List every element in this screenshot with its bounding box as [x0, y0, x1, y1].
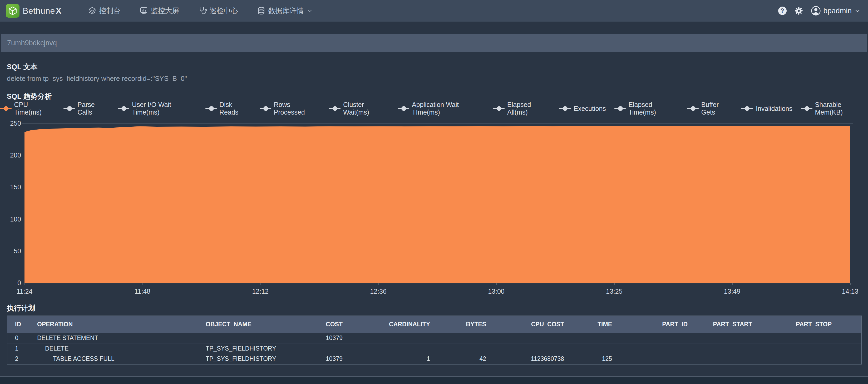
nav-item-database-details[interactable]: 数据库详情	[257, 6, 313, 15]
legend-marker-icon	[493, 106, 504, 111]
table-cell	[308, 343, 345, 354]
legend-item-cluster-wait-ms[interactable]: Cluster Wait(ms)	[329, 101, 389, 116]
legend-marker-icon	[801, 106, 812, 111]
legend-label: Parse Calls	[78, 101, 109, 116]
legend-label: Cluster Wait(ms)	[343, 101, 389, 116]
chevron-down-icon	[854, 8, 861, 14]
table-cell: 0	[7, 333, 30, 343]
legend-item-sharable-mem-kb[interactable]: Sharable Mem(KB)	[801, 101, 868, 116]
nav-item-monitor-screen[interactable]: 监控大屏	[140, 6, 179, 15]
legend-marker-icon	[614, 106, 626, 111]
column-header-cpu_cost: CPU_COST	[489, 316, 567, 333]
y-axis-tick-label: 0	[0, 280, 21, 286]
trend-area-chart[interactable]	[25, 123, 850, 283]
legend-item-disk-reads[interactable]: Disk Reads	[206, 101, 251, 116]
legend-item-elapsed-all-ms[interactable]: Elapsed All(ms)	[493, 101, 550, 116]
legend-item-elapsed-time-ms[interactable]: Elapsed Time(ms)	[614, 101, 679, 116]
table-row: 0DELETE STATEMENT10379	[7, 333, 861, 343]
question-icon: ?	[781, 7, 784, 14]
sql-id-panel-header[interactable]: 7umh9bdkcjnvq	[1, 34, 867, 52]
table-cell: TP_SYS_FIELDHISTORY	[198, 343, 308, 354]
legend-item-invalidations[interactable]: Invalidations	[741, 105, 793, 113]
x-axis-tick-label: 12:36	[364, 288, 393, 295]
table-cell	[345, 343, 433, 354]
legend-label: Disk Reads	[219, 101, 251, 116]
table-cell: DELETE	[30, 343, 198, 354]
legend-marker-icon	[329, 106, 341, 111]
plan-title: 执行计划	[7, 303, 35, 313]
y-axis-tick-label: 250	[0, 120, 21, 127]
column-header-bytes: BYTES	[433, 316, 489, 333]
column-header-cardinality: CARDINALITY	[345, 316, 433, 333]
legend-item-user-i-o-wait-time-ms[interactable]: User I/O Wait Time(ms)	[118, 101, 197, 116]
table-cell: 2	[7, 354, 30, 364]
navbar: BethuneX 控制台 监控大屏 巡检中心	[0, 0, 868, 22]
legend-marker-icon	[687, 106, 699, 111]
table-cell: 1	[345, 354, 433, 364]
x-axis-tick-mark	[143, 283, 143, 285]
table-cell	[615, 333, 690, 343]
y-axis-tick-label: 150	[0, 184, 21, 190]
table-cell	[198, 333, 308, 343]
table-row: 1DELETETP_SYS_FIELDHISTORY	[7, 343, 861, 354]
avatar-icon	[811, 6, 821, 16]
help-button[interactable]: ?	[778, 7, 786, 15]
table-cell	[345, 333, 433, 343]
y-axis-tick-label: 100	[0, 216, 21, 223]
legend-marker-icon	[0, 106, 11, 111]
column-header-operation: OPERATION	[30, 316, 198, 333]
x-axis-tick-mark	[614, 283, 615, 285]
table-cell	[755, 343, 861, 354]
x-axis-line	[22, 283, 853, 283]
sql-id: 7umh9bdkcjnvq	[7, 39, 57, 47]
legend-item-buffer-gets[interactable]: Buffer Gets	[687, 101, 733, 116]
x-axis-tick-label: 11:48	[128, 288, 157, 295]
legend-item-cpu-time-ms[interactable]: CPU Time(ms)	[0, 101, 55, 116]
legend-label: User I/O Wait Time(ms)	[132, 101, 197, 116]
table-cell	[433, 343, 489, 354]
x-axis-tick-label: 13:25	[600, 288, 629, 295]
table-cell: DELETE STATEMENT	[30, 333, 198, 343]
column-header-part_id: PART_ID	[615, 316, 690, 333]
table-cell: 42	[433, 354, 489, 364]
legend-marker-icon	[398, 106, 409, 111]
table-cell	[567, 333, 615, 343]
stethoscope-icon	[198, 7, 207, 15]
user-menu[interactable]: bpadmin	[811, 6, 861, 16]
legend-item-application-wait-time-ms[interactable]: Application Wait TIme(ms)	[398, 101, 485, 116]
table-cell	[489, 343, 567, 354]
table-cell	[433, 333, 489, 343]
legend-label: Invalidations	[756, 105, 793, 113]
nav-item-inspection-center[interactable]: 巡检中心	[198, 6, 238, 15]
table-cell: 10379	[308, 333, 345, 343]
legend-label: Buffer Gets	[701, 101, 733, 116]
plan-header-row: IDOPERATIONOBJECT_NAMECOSTCARDINALITYBYT…	[7, 316, 861, 333]
chevron-down-icon	[307, 8, 313, 14]
x-axis-tick-label: 13:00	[482, 288, 510, 295]
legend-item-executions[interactable]: Executions	[559, 105, 606, 113]
column-header-part_stop: PART_STOP	[755, 316, 861, 333]
settings-gear-icon[interactable]	[794, 6, 804, 15]
database-icon	[257, 7, 266, 15]
nav-item-console[interactable]: 控制台	[88, 6, 121, 15]
legend-marker-icon	[741, 106, 753, 111]
nav-right: ? bpadmin	[778, 6, 868, 16]
legend-item-rows-processed[interactable]: Rows Processed	[260, 101, 320, 116]
column-header-part_start: PART_START	[690, 316, 755, 333]
table-cell: TP_SYS_FIELDHISTORY	[198, 354, 308, 364]
x-axis-tick-mark	[260, 283, 261, 285]
username: bpadmin	[824, 7, 852, 15]
legend-label: CPU Time(ms)	[14, 101, 55, 116]
legend-marker-icon	[206, 106, 217, 111]
nav-item-label: 数据库详情	[268, 6, 304, 15]
layers-icon	[88, 7, 96, 15]
nav-item-label: 控制台	[99, 6, 121, 15]
column-header-time: TIME	[567, 316, 615, 333]
legend-item-parse-calls[interactable]: Parse Calls	[63, 101, 110, 116]
column-header-object_name: OBJECT_NAME	[198, 316, 308, 333]
column-header-id: ID	[7, 316, 30, 333]
legend-marker-icon	[63, 106, 75, 111]
brand[interactable]: BethuneX	[0, 4, 62, 18]
legend-label: Executions	[574, 105, 606, 113]
column-header-cost: COST	[308, 316, 345, 333]
